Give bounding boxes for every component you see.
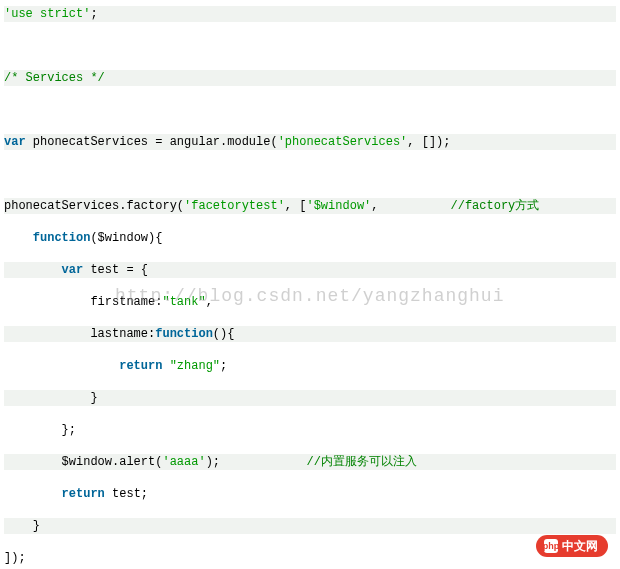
code-token [4,359,119,373]
code-token: } [4,391,98,405]
code-line: /* Services */ [4,70,616,86]
code-line: } [4,390,616,406]
code-line: return test; [4,486,616,502]
code-line: var test = { [4,262,616,278]
code-line: $window.alert('aaaa'); //内置服务可以注入 [4,454,616,470]
code-token: function [33,231,91,245]
code-line: } [4,518,616,534]
code-line: return "zhang"; [4,358,616,374]
code-token: 'use strict' [4,7,90,21]
code-token: return [119,359,162,373]
code-token: "zhang" [170,359,220,373]
code-token [162,359,169,373]
code-token: //factory方式 [451,199,540,213]
badge-icon: php [544,539,558,553]
code-line [4,38,616,54]
code-line: }; [4,422,616,438]
code-token [4,263,62,277]
code-token: ; [90,7,97,21]
code-token: lastname: [4,327,155,341]
code-line [4,166,616,182]
code-token: }; [4,423,76,437]
code-token: 'facetorytest' [184,199,285,213]
code-line: ]); [4,550,616,566]
code-token: ]); [4,551,26,565]
code-line: 'use strict'; [4,6,616,22]
code-token: firstname: [4,295,162,309]
code-line: phonecatServices.factory('facetorytest',… [4,198,616,214]
code-token: ); [206,455,307,469]
code-token: return [62,487,105,501]
code-token: ($window){ [90,231,162,245]
code-token: $window.alert( [4,455,162,469]
code-token: 'aaaa' [162,455,205,469]
code-token: "tank" [162,295,205,309]
badge-text: 中文网 [562,538,598,554]
code-token [4,231,33,245]
code-token: , [206,295,213,309]
code-token: test = { [83,263,148,277]
code-token: /* Services */ [4,71,105,85]
code-token: function [155,327,213,341]
code-token: ; [220,359,227,373]
code-token: 'phonecatServices' [278,135,408,149]
code-line: firstname:"tank", [4,294,616,310]
code-line: function($window){ [4,230,616,246]
code-line [4,102,616,118]
code-token: , [ [285,199,307,213]
code-token [4,487,62,501]
code-token: var [4,135,26,149]
code-block: 'use strict'; /* Services */ var phoneca… [0,0,620,569]
code-line: var phonecatServices = angular.module('p… [4,134,616,150]
code-token: } [4,519,40,533]
site-badge: php 中文网 [536,535,608,557]
code-token: phonecatServices.factory( [4,199,184,213]
code-line: lastname:function(){ [4,326,616,342]
code-token: (){ [213,327,235,341]
code-token: , [371,199,450,213]
code-token: //内置服务可以注入 [306,455,416,469]
code-token: phonecatServices = angular.module( [26,135,278,149]
code-token: var [62,263,84,277]
code-token: test; [105,487,148,501]
code-token: '$window' [306,199,371,213]
code-token: , []); [407,135,450,149]
